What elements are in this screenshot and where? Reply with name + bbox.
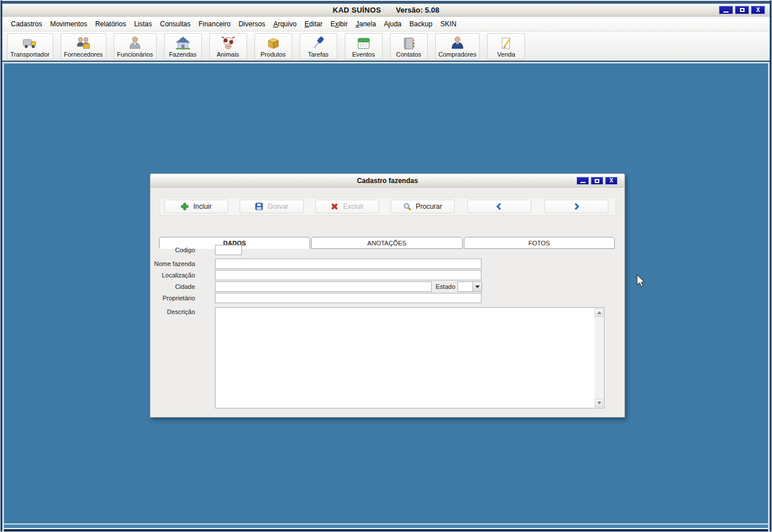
pencil-note-icon	[498, 35, 514, 51]
toolbar-label: Transportador	[10, 51, 50, 58]
cidade-label: Cidade	[81, 283, 195, 290]
red-x-icon	[331, 203, 339, 211]
toolbar-label: Animais	[217, 51, 239, 58]
dialog-body: Incluir Gravar Excluir Procurar	[150, 188, 624, 417]
menu-item-listas[interactable]: Listas	[130, 18, 156, 30]
toolbar-button-venda[interactable]: Venda	[487, 33, 525, 59]
descricao-textarea[interactable]	[215, 307, 604, 408]
codigo-input[interactable]	[215, 245, 242, 255]
menu-item-janela[interactable]: Janela	[352, 18, 380, 30]
magnifier-icon	[403, 203, 411, 211]
toolbar-label: Compradores	[439, 51, 477, 58]
toolbar-button-eventos[interactable]: Eventos	[345, 33, 383, 59]
minimize-button[interactable]	[719, 6, 733, 14]
toolbar-label: Tarefas	[308, 51, 329, 58]
nome-fazenda-input[interactable]	[215, 259, 481, 269]
screwdriver-icon	[311, 35, 327, 51]
estado-label: Estado	[418, 283, 455, 290]
dialog-minimize-button[interactable]	[576, 177, 589, 185]
dialog-button-panel: Incluir Gravar Excluir Procurar	[160, 197, 616, 216]
menu-item-consultas[interactable]: Consultas	[156, 18, 194, 30]
close-icon: X	[756, 7, 760, 13]
toolbar-button-tarefas[interactable]: Tarefas	[300, 33, 337, 59]
localizacao-label: Localização	[81, 272, 195, 279]
cidade-input[interactable]	[215, 281, 432, 292]
gravar-button[interactable]: Gravar	[240, 200, 304, 213]
scroll-down-icon[interactable]	[595, 399, 603, 407]
menu-item-backup[interactable]: Backup	[405, 18, 436, 30]
toolbar-label: Fornecedores	[64, 51, 103, 58]
app-title: KAD SUÍNOS	[333, 6, 381, 14]
menu-bar: Cadastros Movimentos Relatórios Listas C…	[2, 17, 770, 31]
menu-item-exibir[interactable]: Exibir	[327, 18, 352, 30]
close-button[interactable]: X	[751, 6, 765, 14]
menu-item-financeiro[interactable]: Financeiro	[194, 18, 234, 30]
toolbar-button-fazendas[interactable]: Fazendas	[164, 33, 202, 59]
menu-item-diversos[interactable]: Diversos	[234, 18, 269, 30]
maximize-icon	[595, 179, 599, 183]
cow-icon	[220, 35, 236, 51]
main-window: KAD SUÍNOS Versão: 5.08 X Cadastros Movi…	[0, 0, 772, 532]
box-icon	[265, 35, 281, 51]
incluir-label: Incluir	[193, 203, 212, 211]
estado-combobox[interactable]	[457, 281, 482, 292]
main-toolbar: Transportador Fornecedores Funcionários …	[2, 31, 770, 62]
procurar-button[interactable]: Procurar	[391, 200, 455, 213]
mouse-cursor-icon	[636, 274, 646, 289]
incluir-button[interactable]: Incluir	[164, 200, 228, 213]
toolbar-button-compradores[interactable]: Compradores	[435, 33, 480, 59]
toolbar-button-transportador[interactable]: Transportador	[7, 33, 53, 59]
main-titlebar[interactable]: KAD SUÍNOS Versão: 5.08 X	[2, 4, 770, 17]
toolbar-label: Funcionários	[117, 51, 153, 58]
combo-dropdown-arrow-icon[interactable]	[472, 282, 481, 291]
toolbar-button-fornecedores[interactable]: Fornecedores	[61, 33, 106, 59]
employee-icon	[127, 35, 143, 51]
localizacao-input[interactable]	[215, 270, 481, 280]
maximize-button[interactable]	[735, 6, 749, 14]
excluir-label: Excluir	[343, 203, 364, 211]
localizacao-row: Localização	[150, 270, 608, 281]
next-record-button[interactable]	[544, 200, 608, 213]
window-controls: X	[719, 6, 765, 14]
scroll-up-icon[interactable]	[595, 308, 603, 317]
proprietario-row: Proprietário	[150, 293, 608, 304]
chevron-left-icon	[495, 203, 503, 211]
toolbar-label: Contatos	[396, 51, 421, 58]
toolbar-label: Eventos	[352, 51, 375, 58]
procurar-label: Procurar	[416, 203, 442, 211]
minimize-icon	[580, 182, 586, 183]
address-book-icon	[401, 35, 417, 51]
toolbar-button-animais[interactable]: Animais	[209, 33, 247, 59]
suppliers-icon	[75, 35, 91, 51]
proprietario-label: Proprietário	[81, 295, 195, 301]
proprietario-input[interactable]	[215, 293, 481, 303]
dialog-maximize-button[interactable]	[591, 177, 603, 185]
buyer-icon	[449, 35, 465, 51]
plus-icon	[181, 203, 189, 211]
gravar-label: Gravar	[268, 203, 289, 211]
farm-house-icon	[175, 35, 191, 51]
dialog-titlebar[interactable]: Cadastro fazendas X	[150, 174, 624, 188]
toolbar-button-produtos[interactable]: Produtos	[254, 33, 292, 59]
toolbar-label: Venda	[498, 51, 515, 58]
toolbar-button-contatos[interactable]: Contatos	[390, 33, 428, 59]
chevron-right-icon	[572, 203, 580, 211]
dialog-window-controls: X	[576, 177, 618, 185]
codigo-row: Codigo	[150, 245, 608, 256]
dialog-title: Cadastro fazendas	[357, 177, 418, 185]
menu-item-relatorios[interactable]: Relatórios	[91, 18, 130, 30]
menu-item-skin[interactable]: SKIN	[436, 18, 460, 30]
toolbar-button-funcionarios[interactable]: Funcionários	[114, 33, 157, 59]
dialog-close-button[interactable]: X	[605, 177, 618, 185]
previous-record-button[interactable]	[467, 200, 531, 213]
cidade-row: Cidade Estado	[150, 281, 608, 293]
menu-item-cadastros[interactable]: Cadastros	[7, 18, 46, 30]
menu-item-ajuda[interactable]: Ajuda	[380, 18, 405, 30]
menu-item-editar[interactable]: Editar	[301, 18, 327, 30]
descricao-scrollbar[interactable]	[595, 308, 603, 407]
menu-item-movimentos[interactable]: Movimentos	[46, 18, 91, 30]
excluir-button[interactable]: Excluir	[315, 200, 379, 213]
menu-item-arquivo[interactable]: Arquivo	[269, 18, 301, 30]
estado-value	[458, 282, 472, 291]
cadastro-fazendas-dialog: Cadastro fazendas X Incluir Gravar	[150, 173, 625, 418]
